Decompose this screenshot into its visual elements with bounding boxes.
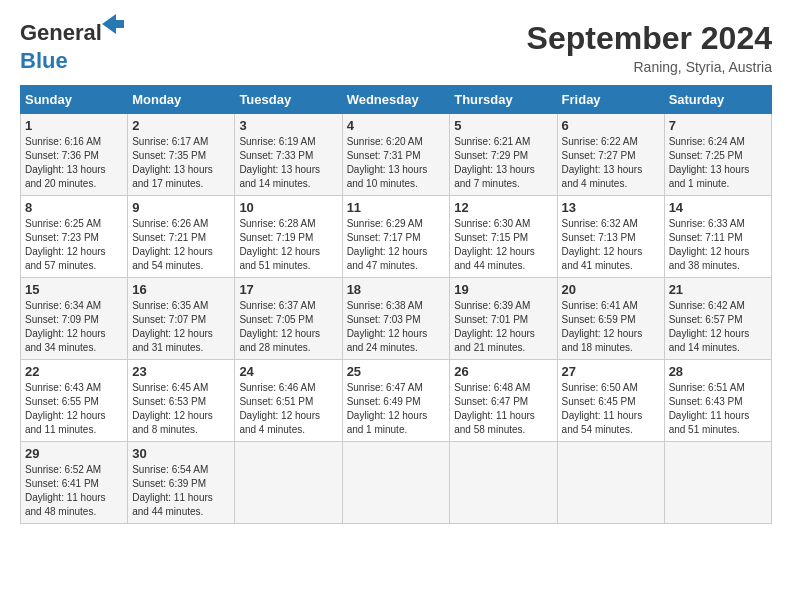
day-number: 2 (132, 118, 230, 133)
day-info: Sunrise: 6:43 AM Sunset: 6:55 PM Dayligh… (25, 381, 123, 437)
sunrise-label: Sunrise: 6:28 AM (239, 218, 315, 229)
day-number: 23 (132, 364, 230, 379)
day-info: Sunrise: 6:38 AM Sunset: 7:03 PM Dayligh… (347, 299, 446, 355)
calendar-cell: 18 Sunrise: 6:38 AM Sunset: 7:03 PM Dayl… (342, 278, 450, 360)
sunset-label: Sunset: 7:11 PM (669, 232, 743, 243)
calendar-cell: 22 Sunrise: 6:43 AM Sunset: 6:55 PM Dayl… (21, 360, 128, 442)
day-info: Sunrise: 6:48 AM Sunset: 6:47 PM Dayligh… (454, 381, 552, 437)
calendar-cell: 2 Sunrise: 6:17 AM Sunset: 7:35 PM Dayli… (128, 114, 235, 196)
day-info: Sunrise: 6:51 AM Sunset: 6:43 PM Dayligh… (669, 381, 767, 437)
sunrise-label: Sunrise: 6:45 AM (132, 382, 208, 393)
calendar-day-header-friday: Friday (557, 86, 664, 114)
sunrise-label: Sunrise: 6:25 AM (25, 218, 101, 229)
calendar-cell: 5 Sunrise: 6:21 AM Sunset: 7:29 PM Dayli… (450, 114, 557, 196)
calendar-cell (235, 442, 342, 524)
sunset-label: Sunset: 6:47 PM (454, 396, 528, 407)
month-year-title: September 2024 (527, 20, 772, 57)
sunrise-label: Sunrise: 6:52 AM (25, 464, 101, 475)
sunset-label: Sunset: 7:03 PM (347, 314, 421, 325)
sunset-label: Sunset: 7:15 PM (454, 232, 528, 243)
day-info: Sunrise: 6:47 AM Sunset: 6:49 PM Dayligh… (347, 381, 446, 437)
day-info: Sunrise: 6:46 AM Sunset: 6:51 PM Dayligh… (239, 381, 337, 437)
calendar-cell: 30 Sunrise: 6:54 AM Sunset: 6:39 PM Dayl… (128, 442, 235, 524)
daylight-label: Daylight: 13 hours and 10 minutes. (347, 164, 428, 189)
daylight-label: Daylight: 12 hours and 47 minutes. (347, 246, 428, 271)
calendar-cell: 11 Sunrise: 6:29 AM Sunset: 7:17 PM Dayl… (342, 196, 450, 278)
day-info: Sunrise: 6:37 AM Sunset: 7:05 PM Dayligh… (239, 299, 337, 355)
day-info: Sunrise: 6:24 AM Sunset: 7:25 PM Dayligh… (669, 135, 767, 191)
daylight-label: Daylight: 12 hours and 4 minutes. (239, 410, 320, 435)
sunrise-label: Sunrise: 6:22 AM (562, 136, 638, 147)
sunrise-label: Sunrise: 6:42 AM (669, 300, 745, 311)
sunrise-label: Sunrise: 6:37 AM (239, 300, 315, 311)
sunrise-label: Sunrise: 6:24 AM (669, 136, 745, 147)
location-subtitle: Raning, Styria, Austria (527, 59, 772, 75)
day-number: 16 (132, 282, 230, 297)
daylight-label: Daylight: 13 hours and 4 minutes. (562, 164, 643, 189)
sunrise-label: Sunrise: 6:34 AM (25, 300, 101, 311)
day-number: 15 (25, 282, 123, 297)
calendar-cell: 15 Sunrise: 6:34 AM Sunset: 7:09 PM Dayl… (21, 278, 128, 360)
page-header: General Blue September 2024 Raning, Styr… (20, 20, 772, 75)
daylight-label: Daylight: 13 hours and 7 minutes. (454, 164, 535, 189)
day-info: Sunrise: 6:45 AM Sunset: 6:53 PM Dayligh… (132, 381, 230, 437)
daylight-label: Daylight: 11 hours and 44 minutes. (132, 492, 213, 517)
daylight-label: Daylight: 12 hours and 54 minutes. (132, 246, 213, 271)
day-info: Sunrise: 6:54 AM Sunset: 6:39 PM Dayligh… (132, 463, 230, 519)
calendar-day-header-tuesday: Tuesday (235, 86, 342, 114)
sunset-label: Sunset: 7:31 PM (347, 150, 421, 161)
calendar-cell: 10 Sunrise: 6:28 AM Sunset: 7:19 PM Dayl… (235, 196, 342, 278)
day-number: 20 (562, 282, 660, 297)
day-info: Sunrise: 6:25 AM Sunset: 7:23 PM Dayligh… (25, 217, 123, 273)
daylight-label: Daylight: 12 hours and 51 minutes. (239, 246, 320, 271)
calendar-day-header-wednesday: Wednesday (342, 86, 450, 114)
calendar-cell: 7 Sunrise: 6:24 AM Sunset: 7:25 PM Dayli… (664, 114, 771, 196)
daylight-label: Daylight: 12 hours and 18 minutes. (562, 328, 643, 353)
sunrise-label: Sunrise: 6:50 AM (562, 382, 638, 393)
day-info: Sunrise: 6:39 AM Sunset: 7:01 PM Dayligh… (454, 299, 552, 355)
daylight-label: Daylight: 13 hours and 17 minutes. (132, 164, 213, 189)
day-info: Sunrise: 6:33 AM Sunset: 7:11 PM Dayligh… (669, 217, 767, 273)
daylight-label: Daylight: 13 hours and 1 minute. (669, 164, 750, 189)
day-number: 26 (454, 364, 552, 379)
sunset-label: Sunset: 7:25 PM (669, 150, 743, 161)
day-number: 12 (454, 200, 552, 215)
calendar-cell: 23 Sunrise: 6:45 AM Sunset: 6:53 PM Dayl… (128, 360, 235, 442)
calendar-day-header-monday: Monday (128, 86, 235, 114)
daylight-label: Daylight: 12 hours and 28 minutes. (239, 328, 320, 353)
day-number: 22 (25, 364, 123, 379)
daylight-label: Daylight: 12 hours and 41 minutes. (562, 246, 643, 271)
calendar-cell: 12 Sunrise: 6:30 AM Sunset: 7:15 PM Dayl… (450, 196, 557, 278)
sunset-label: Sunset: 7:05 PM (239, 314, 313, 325)
sunset-label: Sunset: 7:19 PM (239, 232, 313, 243)
daylight-label: Daylight: 12 hours and 31 minutes. (132, 328, 213, 353)
day-number: 29 (25, 446, 123, 461)
sunrise-label: Sunrise: 6:43 AM (25, 382, 101, 393)
calendar-week-row: 1 Sunrise: 6:16 AM Sunset: 7:36 PM Dayli… (21, 114, 772, 196)
sunset-label: Sunset: 7:36 PM (25, 150, 99, 161)
calendar-day-header-sunday: Sunday (21, 86, 128, 114)
sunset-label: Sunset: 6:59 PM (562, 314, 636, 325)
day-number: 9 (132, 200, 230, 215)
day-info: Sunrise: 6:21 AM Sunset: 7:29 PM Dayligh… (454, 135, 552, 191)
day-number: 25 (347, 364, 446, 379)
day-number: 8 (25, 200, 123, 215)
calendar-cell: 4 Sunrise: 6:20 AM Sunset: 7:31 PM Dayli… (342, 114, 450, 196)
calendar-cell: 26 Sunrise: 6:48 AM Sunset: 6:47 PM Dayl… (450, 360, 557, 442)
sunrise-label: Sunrise: 6:47 AM (347, 382, 423, 393)
logo-text-general: General (20, 20, 102, 45)
day-number: 10 (239, 200, 337, 215)
calendar-cell (557, 442, 664, 524)
day-info: Sunrise: 6:34 AM Sunset: 7:09 PM Dayligh… (25, 299, 123, 355)
calendar-cell: 8 Sunrise: 6:25 AM Sunset: 7:23 PM Dayli… (21, 196, 128, 278)
calendar-week-row: 22 Sunrise: 6:43 AM Sunset: 6:55 PM Dayl… (21, 360, 772, 442)
sunrise-label: Sunrise: 6:46 AM (239, 382, 315, 393)
daylight-label: Daylight: 11 hours and 48 minutes. (25, 492, 106, 517)
daylight-label: Daylight: 12 hours and 57 minutes. (25, 246, 106, 271)
sunrise-label: Sunrise: 6:20 AM (347, 136, 423, 147)
sunrise-label: Sunrise: 6:16 AM (25, 136, 101, 147)
sunset-label: Sunset: 7:29 PM (454, 150, 528, 161)
day-number: 17 (239, 282, 337, 297)
calendar-day-header-thursday: Thursday (450, 86, 557, 114)
day-number: 19 (454, 282, 552, 297)
